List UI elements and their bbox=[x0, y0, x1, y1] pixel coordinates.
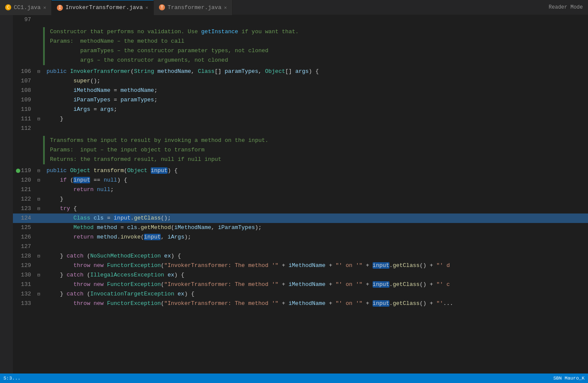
line-content: } catch (NoSuchMethodException ex) { bbox=[43, 251, 588, 261]
doc-line: Constructor that performs no validation.… bbox=[13, 27, 588, 37]
fold-marker[interactable]: ⊟ bbox=[34, 176, 43, 185]
line-content: } bbox=[43, 114, 588, 124]
line-content: try { bbox=[43, 204, 588, 213]
fold-marker[interactable] bbox=[34, 299, 43, 308]
table-row: 132⊟ } catch (InvocationTargetException … bbox=[13, 289, 588, 299]
status-user: SBN Mauro_K bbox=[553, 376, 585, 381]
fold-marker[interactable] bbox=[34, 105, 43, 114]
line-content: throw new FunctorException("InvokerTrans… bbox=[43, 261, 588, 270]
line-number: 123 bbox=[13, 204, 34, 213]
line-number: 128 bbox=[13, 251, 34, 261]
fold-marker[interactable] bbox=[34, 86, 43, 95]
line-number: 132 bbox=[13, 289, 34, 299]
table-row: 124 Class cls = input.getClass(); bbox=[13, 213, 588, 223]
tab-close-transformer[interactable]: ✕ bbox=[224, 5, 227, 10]
line-number: 106 bbox=[13, 67, 34, 76]
tab-icon-invoker: I bbox=[57, 5, 63, 11]
reader-mode-label[interactable]: Reader Mode bbox=[549, 4, 588, 10]
code-area[interactable]: 97Constructor that performs no validatio… bbox=[13, 15, 588, 383]
fold-icon[interactable]: ⊟ bbox=[37, 251, 40, 261]
fold-marker[interactable] bbox=[34, 76, 43, 86]
line-number: 129 bbox=[13, 261, 34, 270]
fold-marker[interactable]: ⊟ bbox=[34, 195, 43, 204]
fold-icon[interactable]: ⊟ bbox=[37, 289, 40, 299]
tab-label-cc1: CC1.java bbox=[14, 4, 40, 11]
table-row: 129 throw new FunctorException("InvokerT… bbox=[13, 261, 588, 270]
line-number: 127 bbox=[13, 242, 34, 251]
line-number: 130 bbox=[13, 270, 34, 280]
line-number: 108 bbox=[13, 86, 34, 95]
code-lines: 97Constructor that performs no validatio… bbox=[13, 15, 588, 308]
fold-marker[interactable]: ⊟ bbox=[34, 114, 43, 124]
fold-marker[interactable] bbox=[34, 261, 43, 270]
table-row: 107 super(); bbox=[13, 76, 588, 86]
fold-marker[interactable] bbox=[34, 15, 43, 25]
fold-marker[interactable]: ⊟ bbox=[34, 270, 43, 280]
line-number: 133 bbox=[13, 299, 34, 308]
line-content: if (input == null) { bbox=[43, 176, 588, 185]
tab-transformer[interactable]: T Transformer.java ✕ bbox=[154, 0, 232, 15]
fold-marker[interactable] bbox=[34, 185, 43, 195]
tab-icon-cc1: C bbox=[5, 4, 11, 10]
fold-marker[interactable] bbox=[34, 213, 43, 223]
fold-marker[interactable] bbox=[34, 124, 43, 133]
line-number: 125 bbox=[13, 223, 34, 232]
line-number: 121 bbox=[13, 185, 34, 195]
breakpoint-icon bbox=[16, 169, 20, 173]
tab-cc1[interactable]: C CC1.java ✕ bbox=[0, 0, 52, 15]
line-number: 110 bbox=[13, 105, 34, 114]
line-number: 97 bbox=[13, 15, 34, 25]
line-number: 119 bbox=[13, 166, 34, 176]
fold-marker[interactable]: ⊟ bbox=[34, 67, 43, 76]
line-content: Class cls = input.getClass(); bbox=[43, 213, 588, 223]
fold-icon[interactable]: ⊟ bbox=[37, 67, 40, 76]
doc-line: Params: methodName – the method to call bbox=[13, 37, 588, 46]
fold-icon[interactable]: ⊟ bbox=[37, 176, 40, 185]
tab-close-invoker[interactable]: ✕ bbox=[145, 5, 148, 10]
line-content: Method method = cls.getMethod(iMethodNam… bbox=[43, 223, 588, 232]
line-content: return null; bbox=[43, 185, 588, 195]
line-number: 112 bbox=[13, 124, 34, 133]
tab-icon-transformer: T bbox=[159, 4, 165, 10]
tab-invoker[interactable]: I InvokerTransformer.java ✕ bbox=[52, 0, 154, 15]
doc-line: paramTypes – the constructor parameter t… bbox=[13, 46, 588, 56]
table-row: 112 bbox=[13, 124, 588, 133]
doc-block: Constructor that performs no validation.… bbox=[13, 25, 588, 67]
fold-marker[interactable] bbox=[34, 223, 43, 232]
left-gutter bbox=[0, 15, 13, 383]
doc-line: Transforms the input to result by invoki… bbox=[13, 136, 588, 145]
line-content bbox=[43, 124, 588, 133]
fold-icon[interactable]: ⊟ bbox=[37, 114, 40, 124]
table-row: 97 bbox=[13, 15, 588, 25]
table-row: 111⊟ } bbox=[13, 114, 588, 124]
line-content: } catch (InvocationTargetException ex) { bbox=[43, 289, 588, 299]
fold-icon[interactable]: ⊟ bbox=[37, 195, 40, 204]
fold-marker[interactable]: ⊟ bbox=[34, 166, 43, 176]
line-content: } catch (IllegalAccessException ex) { bbox=[43, 270, 588, 280]
line-number: 120 bbox=[13, 176, 34, 185]
fold-marker[interactable]: ⊟ bbox=[34, 289, 43, 299]
fold-marker[interactable] bbox=[34, 280, 43, 289]
table-row: 106⊟public InvokerTransformer(String met… bbox=[13, 67, 588, 76]
table-row: 110 iArgs = args; bbox=[13, 105, 588, 114]
table-row: 123⊟ try { bbox=[13, 204, 588, 213]
fold-marker[interactable]: ⊟ bbox=[34, 251, 43, 261]
doc-line: Returns: the transformed result, null if… bbox=[13, 155, 588, 164]
status-label: S:3... bbox=[3, 376, 21, 381]
fold-marker[interactable] bbox=[34, 232, 43, 242]
tab-close-cc1[interactable]: ✕ bbox=[43, 5, 46, 10]
fold-marker[interactable] bbox=[34, 242, 43, 251]
fold-icon[interactable]: ⊟ bbox=[37, 166, 40, 176]
doc-line: Params: input – the input object to tran… bbox=[13, 145, 588, 155]
table-row: 126 return method.invoke(input, iArgs); bbox=[13, 232, 588, 242]
line-content: throw new FunctorException("InvokerTrans… bbox=[43, 299, 588, 308]
table-row: 121 return null; bbox=[13, 185, 588, 195]
fold-icon[interactable]: ⊟ bbox=[37, 204, 40, 213]
fold-icon[interactable]: ⊟ bbox=[37, 270, 40, 280]
table-row: 120⊟ if (input == null) { bbox=[13, 176, 588, 185]
status-bar: S:3... SBN Mauro_K bbox=[0, 374, 588, 383]
fold-marker[interactable]: ⊟ bbox=[34, 204, 43, 213]
line-number: 111 bbox=[13, 114, 34, 124]
fold-marker[interactable] bbox=[34, 95, 43, 105]
doc-line: args – the constructor arguments, not cl… bbox=[13, 56, 588, 65]
